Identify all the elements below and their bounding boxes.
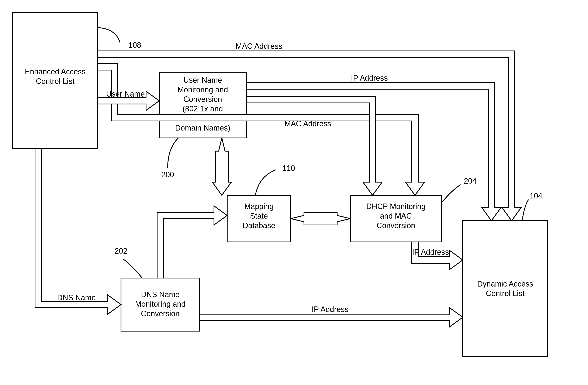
mapping-l1: Mapping — [244, 202, 274, 211]
enhanced-access-control-list-box: Enhanced Access Control List — [13, 13, 98, 149]
ref-200-text: 200 — [161, 170, 174, 179]
ref-110-text: 110 — [282, 164, 295, 173]
label-mac-mid: MAC Address — [284, 119, 331, 128]
ref-110: 110 — [255, 164, 295, 195]
dhcp-conversion-box: DHCP Monitoring and MAC Conversion — [350, 195, 441, 242]
username-conv-l6: Domain Names) — [175, 123, 230, 132]
dns-conv-l1: DNS Name — [141, 290, 180, 299]
dacl-l1: Dynamic Access — [477, 280, 533, 288]
dhcp-conv-l1: DHCP Monitoring — [366, 202, 425, 211]
dns-conv-l2: Monitoring and — [135, 300, 186, 308]
username-conv-l2: Monitoring and — [177, 85, 228, 94]
mapping-l3: Database — [243, 221, 275, 230]
mapping-state-database-box: Mapping State Database — [227, 195, 291, 242]
arrow-mac-from-usernameconv-to-dhcp — [246, 97, 382, 195]
arrow-dns-name — [35, 149, 121, 314]
dns-conv-l3: Conversion — [141, 309, 180, 318]
dacl-l2: Control List — [486, 289, 525, 298]
username-conv-l4: (802.1x and — [183, 104, 223, 113]
dhcp-conv-l2: and MAC — [380, 212, 412, 220]
label-user-name: User Name — [106, 90, 145, 98]
ref-200: 200 — [161, 138, 178, 179]
eacl-label-2: Control List — [36, 77, 75, 85]
ref-202: 202 — [115, 247, 142, 278]
ref-108-text: 108 — [128, 41, 141, 49]
dynamic-access-control-list-box: Dynamic Access Control List — [463, 221, 548, 357]
username-conv-l3: Conversion — [183, 95, 222, 103]
mapping-l2: State — [250, 212, 268, 220]
arrow-dns-to-mapping — [157, 206, 227, 278]
username-conversion-box: User Name Monitoring and Conversion (802… — [159, 72, 246, 138]
label-ip-dhcp: IP Address — [412, 248, 449, 256]
ref-108: 108 — [98, 28, 141, 49]
username-conv-l1: User Name — [183, 76, 222, 84]
dns-name-conversion-box: DNS Name Monitoring and Conversion — [121, 278, 200, 331]
label-ip-bottom: IP Address — [312, 305, 348, 314]
label-dns-name: DNS Name — [57, 293, 96, 302]
arrow-usernameconv-mapping — [212, 138, 231, 195]
eacl-label-1: Enhanced Access — [25, 67, 85, 76]
ref-204: 204 — [441, 177, 477, 203]
ref-104-text: 104 — [530, 191, 542, 200]
arrow-mapping-dhcp — [291, 212, 350, 225]
ref-104: 104 — [522, 191, 542, 221]
svg-rect-5 — [463, 221, 548, 357]
ref-204-text: 204 — [464, 177, 477, 185]
label-mac-top: MAC Address — [236, 42, 282, 51]
ref-202-text: 202 — [115, 247, 127, 255]
label-ip-top: IP Address — [351, 74, 388, 82]
dhcp-conv-l3: Conversion — [377, 221, 415, 230]
